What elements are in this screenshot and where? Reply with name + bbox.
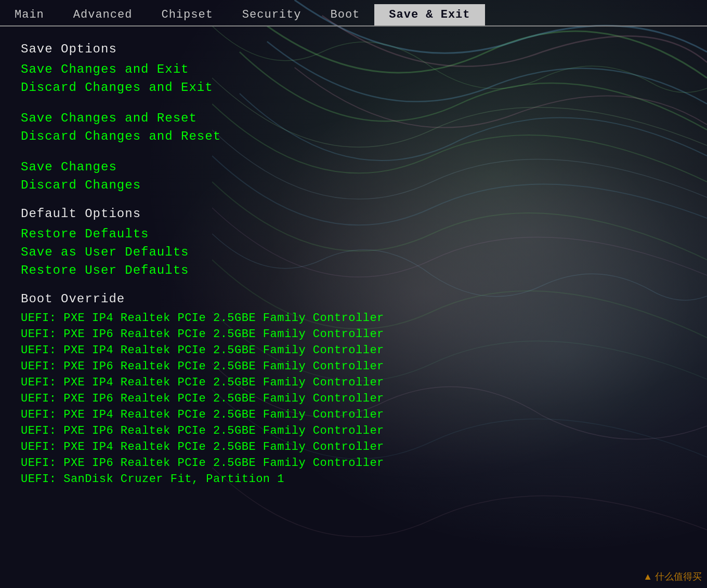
gap-4 xyxy=(21,279,686,292)
boot-item-uefi-pxe-ip4-4[interactable]: UEFI: PXE IP4 Realtek PCIe 2.5GBE Family… xyxy=(21,407,686,423)
nav-tab-chipset[interactable]: Chipset xyxy=(147,4,227,25)
boot-item-uefi-pxe-ip6-3[interactable]: UEFI: PXE IP6 Realtek PCIe 2.5GBE Family… xyxy=(21,391,686,407)
boot-item-uefi-pxe-ip6-4[interactable]: UEFI: PXE IP6 Realtek PCIe 2.5GBE Family… xyxy=(21,423,686,439)
nav-tab-main[interactable]: Main xyxy=(0,4,59,25)
boot-item-uefi-pxe-ip4-1[interactable]: UEFI: PXE IP4 Realtek PCIe 2.5GBE Family… xyxy=(21,310,686,326)
gap-2 xyxy=(21,145,686,158)
menu-item-save-user-defaults[interactable]: Save as User Defaults xyxy=(21,243,686,261)
menu-item-save-changes-reset[interactable]: Save Changes and Reset xyxy=(21,109,686,127)
boot-item-uefi-pxe-ip6-1[interactable]: UEFI: PXE IP6 Realtek PCIe 2.5GBE Family… xyxy=(21,326,686,342)
boot-item-uefi-pxe-ip4-3[interactable]: UEFI: PXE IP4 Realtek PCIe 2.5GBE Family… xyxy=(21,375,686,391)
boot-item-uefi-pxe-ip4-5[interactable]: UEFI: PXE IP4 Realtek PCIe 2.5GBE Family… xyxy=(21,439,686,455)
boot-item-uefi-pxe-ip4-2[interactable]: UEFI: PXE IP4 Realtek PCIe 2.5GBE Family… xyxy=(21,342,686,358)
nav-tab-save-exit[interactable]: Save & Exit xyxy=(374,4,485,25)
menu-item-discard-changes-reset[interactable]: Discard Changes and Reset xyxy=(21,127,686,145)
nav-tab-security[interactable]: Security xyxy=(228,4,316,25)
menu-item-discard-changes[interactable]: Discard Changes xyxy=(21,176,686,194)
menu-item-restore-defaults[interactable]: Restore Defaults xyxy=(21,225,686,243)
menu-item-save-changes[interactable]: Save Changes xyxy=(21,158,686,176)
menu-item-save-changes-exit[interactable]: Save Changes and Exit xyxy=(21,60,686,78)
save-options-header: Save Options xyxy=(21,42,686,56)
default-options-header: Default Options xyxy=(21,207,686,221)
gap-1 xyxy=(21,97,686,109)
watermark: ▲ 什么值得买 xyxy=(643,570,702,583)
gap-3 xyxy=(21,194,686,207)
boot-item-uefi-pxe-ip6-5[interactable]: UEFI: PXE IP6 Realtek PCIe 2.5GBE Family… xyxy=(21,455,686,471)
menu-item-restore-user-defaults[interactable]: Restore User Defaults xyxy=(21,261,686,279)
nav-tab-advanced[interactable]: Advanced xyxy=(59,4,147,25)
watermark-icon: ▲ xyxy=(643,571,652,582)
nav-tab-boot[interactable]: Boot xyxy=(316,4,374,25)
menu-item-discard-changes-exit[interactable]: Discard Changes and Exit xyxy=(21,78,686,97)
boot-override-header: Boot Override xyxy=(21,292,686,306)
content-area: Save OptionsSave Changes and ExitDiscard… xyxy=(0,26,707,503)
boot-item-uefi-sandisk[interactable]: UEFI: SanDisk Cruzer Fit, Partition 1 xyxy=(21,471,686,487)
boot-item-uefi-pxe-ip6-2[interactable]: UEFI: PXE IP6 Realtek PCIe 2.5GBE Family… xyxy=(21,358,686,375)
bios-screen: MainAdvancedChipsetSecurityBootSave & Ex… xyxy=(0,0,707,588)
nav-bar: MainAdvancedChipsetSecurityBootSave & Ex… xyxy=(0,0,707,26)
watermark-site: 什么值得买 xyxy=(655,571,702,582)
